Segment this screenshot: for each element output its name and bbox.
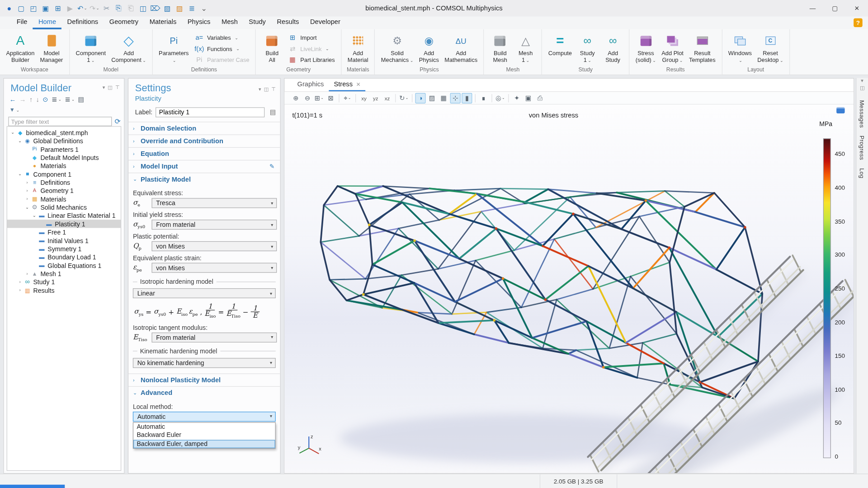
rename-icon[interactable]: ▤	[268, 108, 278, 116]
deselect-box-icon[interactable]: ▨	[174, 2, 185, 14]
go-to-view-icon[interactable]: ⌖⌄	[342, 93, 353, 103]
select-initial-yield-stress-[interactable]: From material▼	[152, 220, 277, 230]
tree-item-biomedical-stent-mph[interactable]: ⌄◆biomedical_stent.mph	[7, 128, 121, 136]
report-icon[interactable]: ≣	[186, 2, 198, 14]
scene-light-icon[interactable]: ◑	[415, 93, 425, 103]
ribbon-button-study[interactable]: ∞Study1⌄	[575, 32, 599, 66]
chevron-right-icon[interactable]: ›	[24, 188, 31, 193]
filter-input[interactable]	[8, 117, 112, 126]
tree-item-geometry-1[interactable]: ›AGeometry 1	[7, 187, 121, 195]
ribbon-button-add-plot-group[interactable]: Add PlotGroup⌄	[659, 32, 685, 66]
move-down-icon[interactable]: ↓	[36, 96, 39, 103]
tangent-select[interactable]: From material▼	[152, 332, 277, 342]
expand-menu-icon[interactable]: ≣⌄	[52, 96, 61, 103]
tree-item-parameters-1[interactable]: PiParameters 1	[7, 145, 121, 153]
ribbon-button-stress-plot[interactable]: Stress(solid)⌄	[633, 32, 658, 66]
close-button[interactable]: ✕	[846, 0, 868, 17]
transparency-icon[interactable]: ▨	[427, 93, 437, 103]
maximize-button[interactable]: ▢	[824, 0, 846, 17]
delete-icon[interactable]: ⌦	[150, 2, 161, 14]
dropdown-option-automatic[interactable]: Automatic	[133, 422, 275, 431]
grid-icon[interactable]: ▦	[439, 93, 449, 103]
ribbon-button-livelink[interactable]: ⇄LiveLink⌄	[285, 43, 337, 54]
chevron-right-icon[interactable]: ›	[17, 288, 24, 293]
chevron-down-icon[interactable]: ⌄	[17, 172, 24, 177]
ribbon-button-add-physics[interactable]: ◉AddPhysics	[417, 32, 441, 64]
section-override-and-contribution[interactable]: ›Override and Contribution	[128, 135, 280, 147]
ribbon-button-application-builder[interactable]: AApplicationBuilder	[4, 32, 37, 64]
columns-icon[interactable]: ▤	[78, 96, 85, 103]
collapse-panel-icon[interactable]: ▾	[259, 86, 261, 92]
menu-tab-home[interactable]: Home	[33, 16, 62, 29]
move-up-icon[interactable]: ↑	[29, 96, 33, 103]
undo-icon[interactable]: ↶⌄	[76, 2, 88, 14]
tree-item-materials[interactable]: ●Materials	[7, 162, 121, 170]
environment-icon[interactable]: ✦	[511, 93, 522, 103]
qat-menu-icon[interactable]: ⌄	[198, 2, 210, 14]
menu-tab-file[interactable]: File	[11, 16, 33, 29]
ribbon-button-add-component[interactable]: ◇AddComponent⌄	[109, 32, 148, 66]
tree-item-definitions[interactable]: ›≡Definitions	[7, 178, 121, 186]
ribbon-button-component[interactable]: Component1⌄	[74, 32, 108, 66]
help-button[interactable]: ?	[854, 18, 863, 27]
float-panel-icon[interactable]: ◫	[264, 86, 269, 92]
zoom-extents-icon[interactable]: ⊠	[326, 93, 336, 103]
minimize-button[interactable]: —	[802, 0, 824, 17]
chevron-down-icon[interactable]: ⌄	[31, 213, 38, 218]
section-model-input[interactable]: ›Model Input✎	[128, 160, 280, 173]
selection-mode-icon[interactable]: ◎⌄	[495, 93, 505, 103]
print-icon[interactable]: ⎙	[535, 93, 545, 103]
ribbon-button-build-mesh[interactable]: BuildMesh	[488, 32, 512, 64]
zoom-in-icon[interactable]: ⊕	[291, 93, 301, 103]
chevron-down-icon[interactable]: ⌄	[24, 205, 31, 210]
new-file-icon[interactable]: ▢	[15, 2, 27, 14]
section-domain-selection[interactable]: ›Domain Selection	[128, 122, 280, 134]
tree-item-free-1[interactable]: ▬Free 1	[7, 228, 121, 236]
ribbon-button-add-study[interactable]: ∞AddStudy	[601, 32, 625, 64]
tree-item-boundary-load-1[interactable]: ▬Boundary Load 1	[7, 253, 121, 261]
tree-item-symmetry-1[interactable]: ▬Symmetry 1	[7, 244, 121, 253]
dock-tab-log[interactable]: Log	[859, 168, 866, 178]
graphics-tab-stress[interactable]: Stress✕	[329, 79, 365, 91]
dock-tab-messages[interactable]: Messages	[859, 100, 866, 128]
float-panel-icon[interactable]: ◫	[108, 84, 112, 90]
label-input[interactable]	[156, 108, 265, 117]
ribbon-button-functions[interactable]: f(x)Functions⌄	[192, 43, 252, 54]
ribbon-button-result-templates[interactable]: ResultTemplates	[687, 32, 717, 64]
run-icon[interactable]: ▶	[64, 2, 76, 14]
tree-item-default-model-inputs[interactable]: ◆Default Model Inputs	[7, 153, 121, 161]
chevron-right-icon[interactable]: ›	[24, 271, 31, 276]
ribbon-button-windows[interactable]: Windows⌄	[726, 32, 754, 66]
refresh-icon[interactable]: ⟳	[115, 117, 121, 126]
kinematic-hardening-select[interactable]: No kinematic hardening▼	[133, 358, 276, 368]
section-equation[interactable]: ›Equation	[128, 147, 280, 160]
select-equivalent-plastic-strain-[interactable]: von Mises▼	[152, 263, 277, 273]
dropdown-option-backward-euler-damped[interactable]: Backward Euler, damped	[133, 440, 275, 448]
dock-float-icon[interactable]: ◫	[860, 85, 864, 93]
snapshot-icon[interactable]: ▣	[523, 93, 533, 103]
ribbon-button-reset-desktop[interactable]: CResetDesktop⌄	[755, 32, 785, 66]
dropdown-option-backward-euler[interactable]: Backward Euler	[133, 431, 275, 440]
ribbon-button-parameters[interactable]: PiParameters⌄	[156, 32, 191, 66]
select-equivalent-stress-[interactable]: Tresca▼	[152, 198, 277, 208]
axes-toggle-icon[interactable]: ⊹	[450, 93, 461, 103]
filter-icon[interactable]: ▼⌄	[9, 104, 19, 114]
section-nonlocal-plasticity[interactable]: › Nonlocal Plasticity Model	[128, 373, 280, 386]
dock-tab-progress[interactable]: Progress	[859, 136, 866, 160]
dock-collapse-icon[interactable]: ▾	[861, 78, 863, 85]
tree-item-global-definitions[interactable]: ⌄◉Global Definitions	[7, 136, 121, 145]
collapse-menu-icon[interactable]: ≣⌄	[65, 96, 75, 103]
ribbon-button-add-mathematics[interactable]: ΔUAddMathematics	[442, 32, 480, 64]
ribbon-button-build-all[interactable]: BuildAll	[260, 32, 284, 64]
update-view-icon[interactable]: ↻⌄	[399, 93, 409, 103]
save-icon[interactable]: ▣	[40, 2, 52, 14]
chevron-right-icon[interactable]: ›	[17, 279, 24, 284]
tree-item-linear-elastic-material-1[interactable]: ⌄▬Linear Elastic Material 1	[7, 211, 121, 220]
section-advanced[interactable]: ⌄ Advanced	[128, 386, 280, 399]
ribbon-button-compute[interactable]: =Compute	[546, 32, 574, 58]
tree-item-plasticity-1[interactable]: ▬Plasticity 1	[7, 220, 121, 228]
menu-tab-materials[interactable]: Materials	[144, 16, 182, 29]
chevron-right-icon[interactable]: ›	[24, 180, 31, 185]
chevron-down-icon[interactable]: ⌄	[17, 138, 24, 143]
tree-item-component-1[interactable]: ⌄■Component 1	[7, 170, 121, 178]
